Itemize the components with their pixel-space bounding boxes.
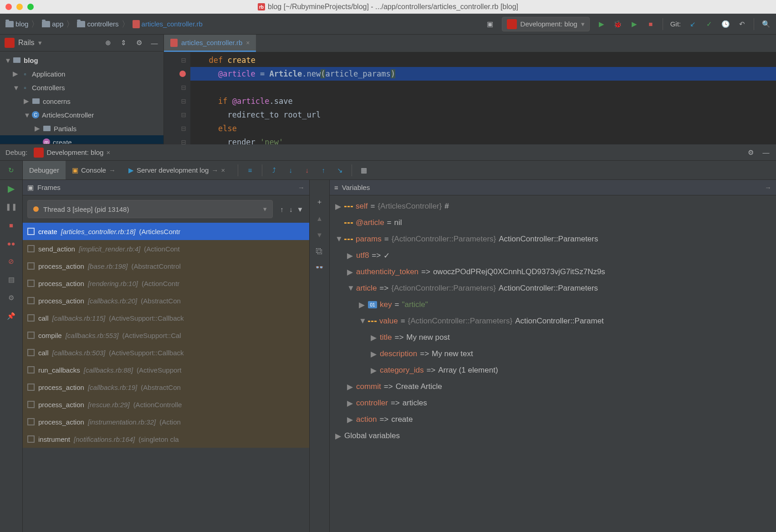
frame-row[interactable]: run_callbacks [callbacks.rb:88] (ActiveS… — [23, 361, 309, 379]
pause-icon[interactable]: ❚❚ — [6, 202, 16, 212]
fold-icon[interactable]: ⊟ — [181, 81, 186, 94]
tree-item[interactable]: mcreate — [0, 135, 163, 144]
expand-arrow-icon[interactable]: ▶ — [371, 333, 377, 343]
thread-selector[interactable]: Thread 3 [sleep] (pid 13148) ▾ — [27, 200, 273, 218]
breadcrumb-item[interactable]: app — [42, 20, 63, 28]
vcs-update-icon[interactable]: ↙ — [688, 20, 697, 29]
expand-arrow-icon[interactable]: ▶ — [335, 431, 342, 441]
variable-row[interactable]: ▶ title => My new post — [330, 329, 776, 346]
view-breakpoints-icon[interactable]: ●● — [6, 238, 16, 248]
hide-icon[interactable]: — — [761, 148, 771, 157]
filter-icon[interactable]: ▼ — [296, 205, 305, 214]
console-tab[interactable]: ▣Console→ — [66, 161, 122, 179]
expand-arrow-icon[interactable]: ▼ — [359, 317, 365, 326]
variable-row[interactable]: ▼ article => {ActionController::Paramete… — [330, 280, 776, 297]
close-icon[interactable]: × — [106, 148, 110, 156]
nav-down-icon[interactable]: ▼ — [315, 230, 324, 239]
tree-root[interactable]: ▼ blog — [0, 53, 163, 67]
variable-row[interactable]: ▶01 key = "article" — [330, 297, 776, 313]
variable-row[interactable]: ▶ category_ids => Array (1 element) — [330, 362, 776, 379]
run-button[interactable]: ▶ — [597, 20, 606, 29]
expand-arrow-icon[interactable]: ▶ — [24, 97, 29, 105]
variable-row[interactable]: ▶ commit => Create Article — [330, 379, 776, 395]
watches-icon[interactable]: 👓 — [315, 263, 324, 272]
editor-tab[interactable]: articles_controller.rb × — [164, 35, 256, 52]
frame-row[interactable]: process_action [base.rb:198] (AbstractCo… — [23, 257, 309, 275]
stop-button[interactable]: ■ — [646, 20, 655, 29]
step-into-icon[interactable]: ↓ — [286, 166, 295, 175]
code-line[interactable]: def create — [190, 53, 776, 67]
run-to-cursor-icon[interactable]: ↘ — [335, 166, 344, 175]
target-icon[interactable]: ⊕ — [103, 38, 112, 47]
debugger-tab[interactable]: Debugger — [23, 161, 66, 179]
evaluate-icon[interactable]: ▦ — [359, 166, 368, 175]
expand-arrow-icon[interactable]: ▶ — [371, 366, 377, 375]
frame-row[interactable]: instrument [notifications.rb:164] (singl… — [23, 430, 309, 448]
variable-row[interactable]: ▶ action => create — [330, 411, 776, 428]
build-icon[interactable]: ▣ — [485, 20, 495, 29]
variable-row[interactable]: ▶ self = {ArticlesController} # — [330, 198, 776, 215]
close-tab-icon[interactable]: × — [246, 39, 250, 46]
frame-row[interactable]: compile [callbacks.rb:553] (ActiveSuppor… — [23, 327, 309, 344]
add-watch-icon[interactable]: ＋ — [315, 197, 324, 206]
expand-arrow-icon[interactable]: ▶ — [347, 382, 353, 392]
expand-arrow-icon[interactable]: ▶ — [347, 251, 353, 261]
variable-row[interactable]: ▶ controller => articles — [330, 395, 776, 411]
restore-layout-icon[interactable]: → — [298, 184, 305, 191]
restore-layout-icon[interactable]: → — [765, 184, 771, 191]
frame-row[interactable]: create [articles_controller.rb:18] (Arti… — [23, 223, 309, 240]
search-icon[interactable]: 🔍 — [761, 20, 771, 29]
frame-row[interactable]: process_action [callbacks.rb:19] (Abstra… — [23, 379, 309, 396]
frame-row[interactable]: process_action [callbacks.rb:20] (Abstra… — [23, 292, 309, 309]
tree-item[interactable]: ▶concerns — [0, 94, 163, 108]
debug-button[interactable]: 🐞 — [613, 20, 623, 29]
expand-arrow-icon[interactable]: ▶ — [335, 202, 342, 211]
variable-row[interactable]: ▼ params = {ActionController::Parameters… — [330, 231, 776, 247]
close-window-button[interactable] — [5, 4, 12, 10]
expand-arrow-icon[interactable]: ▼ — [347, 284, 353, 293]
hide-icon[interactable]: — — [150, 38, 159, 47]
expand-arrow-icon[interactable]: ▼ — [13, 84, 18, 92]
tree-item[interactable]: ▼CArticlesController — [0, 108, 163, 122]
fold-icon[interactable]: ⊟ — [181, 108, 186, 122]
expand-arrow-icon[interactable]: ▶ — [35, 124, 40, 133]
variable-row[interactable]: ▼ value = {ActionController::Parameters}… — [330, 313, 776, 329]
vcs-commit-icon[interactable]: ✓ — [705, 20, 714, 29]
gear-icon[interactable]: ⚙ — [134, 38, 143, 47]
code-line[interactable] — [190, 81, 776, 94]
variable-row[interactable]: ▶ utf8 => ✓ — [330, 247, 776, 264]
coverage-button[interactable]: ▶ — [630, 20, 639, 29]
expand-arrow-icon[interactable]: ▶ — [359, 300, 365, 310]
code-line[interactable]: else — [190, 122, 776, 135]
fold-icon[interactable]: ⊟ — [181, 122, 186, 135]
next-frame-icon[interactable]: ↓ — [286, 205, 296, 214]
frame-row[interactable]: process_action [rescue.rb:29] (ActionCon… — [23, 396, 309, 413]
vcs-revert-icon[interactable]: ↶ — [737, 20, 746, 29]
step-out-icon[interactable]: ↑ — [319, 166, 328, 175]
expand-arrow-icon[interactable]: ▶ — [347, 267, 353, 277]
maximize-window-button[interactable] — [27, 4, 34, 10]
tree-item[interactable]: ▶Partials — [0, 122, 163, 135]
breadcrumb-item[interactable]: controllers — [77, 20, 118, 28]
tree-item[interactable]: ▼▫Controllers — [0, 81, 163, 94]
rerun-icon[interactable]: ↻ — [7, 166, 16, 175]
variable-row[interactable]: ▶ authenticity_token => owoczPOdPRejQ0XC… — [330, 264, 776, 280]
tree-item[interactable]: ▶▫Application — [0, 67, 163, 81]
variable-row[interactable]: @article = nil — [330, 215, 776, 231]
step-over-icon[interactable]: ⤴ — [270, 166, 279, 175]
fold-icon[interactable]: ⊟ — [181, 53, 186, 67]
expand-arrow-icon[interactable]: ▼ — [5, 56, 10, 64]
force-step-into-icon[interactable]: ↓ — [302, 166, 311, 175]
vcs-history-icon[interactable]: 🕓 — [721, 20, 730, 29]
breakpoint-icon[interactable] — [179, 71, 186, 77]
chevron-down-icon[interactable]: ▾ — [38, 39, 42, 47]
expand-arrow-icon[interactable]: ▶ — [371, 349, 377, 359]
code-line[interactable]: if @article.save — [190, 94, 776, 108]
expand-arrow-icon[interactable]: ▶ — [347, 415, 353, 425]
prev-frame-icon[interactable]: ↑ — [277, 205, 286, 214]
frame-row[interactable]: process_action [instrumentation.rb:32] (… — [23, 413, 309, 430]
breadcrumb-item[interactable]: articles_controller.rb — [133, 20, 203, 28]
run-configuration-dropdown[interactable]: Development: blog ▾ — [502, 17, 590, 31]
code-line[interactable]: redirect_to root_url — [190, 108, 776, 122]
resume-icon[interactable]: ▶ — [6, 184, 16, 194]
